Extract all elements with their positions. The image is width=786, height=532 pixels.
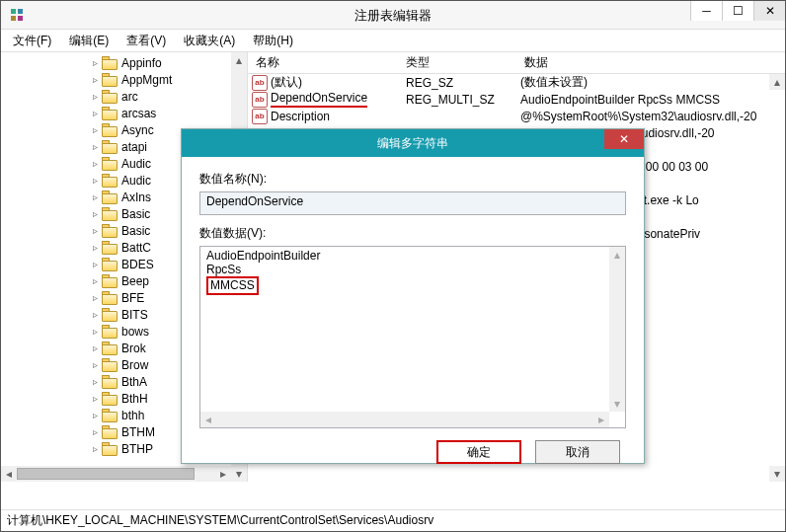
expander-icon[interactable]: ▹	[90, 275, 101, 286]
tree-label: bthh	[121, 409, 144, 422]
expander-icon[interactable]: ▹	[90, 124, 101, 135]
folder-icon	[102, 207, 118, 220]
expander-icon[interactable]: ▹	[90, 57, 101, 68]
titlebar: 注册表编辑器 ─ ☐ ✕	[1, 1, 785, 30]
value-name: Description	[271, 110, 330, 123]
expander-icon[interactable]: ▹	[90, 158, 101, 169]
list-scroll-up[interactable]: ▴	[769, 74, 785, 90]
dialog-titlebar: 编辑多字符串 ✕	[182, 129, 644, 157]
list-row[interactable]: ab(默认)REG_SZ(数值未设置)	[248, 74, 785, 91]
menu-favorites[interactable]: 收藏夹(A)	[178, 31, 241, 51]
expander-icon[interactable]: ▹	[90, 175, 101, 186]
edit-multistring-dialog: 编辑多字符串 ✕ 数值名称(N): DependOnService 数值数据(V…	[181, 128, 645, 464]
list-row[interactable]: abDependOnServiceREG_MULTI_SZAudioEndpoi…	[248, 91, 785, 108]
expander-icon[interactable]: ▹	[90, 376, 101, 387]
tree-label: Basic	[121, 207, 150, 221]
column-name[interactable]: 名称	[248, 54, 398, 71]
tree-label: Appinfo	[121, 56, 162, 70]
highlighted-value: MMCSS	[206, 276, 259, 295]
value-data-textarea[interactable]: AudioEndpointBuilder RpcSs MMCSS ▴ ▾ ◂ ▸	[199, 246, 626, 428]
expander-icon[interactable]: ▹	[90, 443, 101, 454]
tree-label: bows	[121, 325, 149, 339]
tree-label: arc	[121, 90, 138, 104]
statusbar: 计算机\HKEY_LOCAL_MACHINE\SYSTEM\CurrentCon…	[1, 509, 785, 531]
string-value-icon: ab	[252, 75, 268, 91]
tree-label: atapi	[121, 140, 147, 154]
menubar: 文件(F) 编辑(E) 查看(V) 收藏夹(A) 帮助(H)	[1, 30, 785, 51]
folder-icon	[102, 157, 118, 170]
column-type[interactable]: 类型	[398, 54, 516, 71]
tree-label: AxIns	[121, 190, 151, 204]
expander-icon[interactable]: ▹	[90, 342, 101, 353]
expander-icon[interactable]: ▹	[90, 426, 101, 437]
tree-label: Basic	[121, 224, 150, 238]
tree-label: Audic	[121, 157, 151, 171]
menu-view[interactable]: 查看(V)	[120, 31, 172, 51]
value-data: (数值未设置)	[516, 74, 785, 91]
string-value-icon: ab	[252, 109, 268, 124]
expander-icon[interactable]: ▹	[90, 74, 101, 85]
column-headers[interactable]: 名称 类型 数据	[248, 52, 785, 74]
expander-icon[interactable]: ▹	[90, 292, 101, 303]
tree-item[interactable]: ▹arcsas	[1, 105, 247, 121]
folder-icon	[102, 342, 118, 354]
textarea-scrollbar-horizontal[interactable]: ◂ ▸	[200, 412, 609, 427]
tree-label: BthH	[121, 392, 148, 406]
expander-icon[interactable]: ▹	[90, 225, 101, 236]
expander-icon[interactable]: ▹	[90, 191, 101, 202]
expander-icon[interactable]: ▹	[90, 242, 101, 253]
window-controls: ─ ☐ ✕	[690, 1, 785, 21]
status-path: 计算机\HKEY_LOCAL_MACHINE\SYSTEM\CurrentCon…	[7, 512, 433, 529]
tree-label: Async	[121, 123, 154, 137]
value-data: @%SystemRoot%\System32\audiosrv.dll,-20	[516, 110, 785, 123]
close-button[interactable]: ✕	[753, 1, 785, 21]
ok-button[interactable]: 确定	[436, 440, 521, 464]
menu-help[interactable]: 帮助(H)	[247, 31, 299, 51]
value-name: (默认)	[271, 74, 302, 91]
expander-icon[interactable]: ▹	[90, 326, 101, 337]
folder-icon	[102, 274, 118, 287]
value-data-label: 数值数据(V):	[199, 225, 626, 242]
expander-icon[interactable]: ▹	[90, 359, 101, 370]
folder-icon	[102, 90, 118, 103]
expander-icon[interactable]: ▹	[90, 309, 101, 320]
value-name-input[interactable]: DependOnService	[199, 191, 626, 215]
expander-icon[interactable]: ▹	[90, 141, 101, 152]
maximize-button[interactable]: ☐	[722, 1, 753, 21]
tree-label: Audic	[121, 174, 151, 188]
tree-item[interactable]: ▹arc	[1, 88, 247, 105]
folder-icon	[102, 258, 118, 270]
dialog-close-button[interactable]: ✕	[604, 129, 644, 149]
textarea-scrollbar-vertical[interactable]: ▴ ▾	[609, 247, 625, 412]
expander-icon[interactable]: ▹	[90, 259, 101, 269]
expander-icon[interactable]: ▹	[90, 410, 101, 420]
tree-item[interactable]: ▹AppMgmt	[1, 71, 247, 88]
list-row[interactable]: abDescription@%SystemRoot%\System32\audi…	[248, 108, 785, 124]
expander-icon[interactable]: ▹	[90, 393, 101, 404]
list-scroll-down[interactable]: ▾	[769, 466, 785, 482]
column-data[interactable]: 数据	[516, 54, 785, 71]
dialog-title-text: 编辑多字符串	[377, 135, 448, 152]
tree-label: BDES	[121, 258, 154, 271]
value-name: DependOnService	[271, 91, 367, 108]
data-line-1: AudioEndpointBuilder	[206, 249, 619, 263]
value-name-label: 数值名称(N):	[199, 171, 626, 188]
folder-icon	[102, 409, 118, 421]
expander-icon[interactable]: ▹	[90, 91, 101, 102]
tree-item[interactable]: ▹Appinfo	[1, 54, 247, 71]
cancel-button[interactable]: 取消	[535, 440, 620, 464]
svg-rect-0	[11, 9, 16, 14]
expander-icon[interactable]: ▹	[90, 108, 101, 118]
tree-label: BTHM	[121, 425, 155, 439]
tree-label: BFE	[121, 291, 144, 305]
folder-icon	[102, 123, 118, 136]
data-line-3: MMCSS	[206, 276, 619, 295]
folder-icon	[102, 442, 118, 455]
menu-file[interactable]: 文件(F)	[7, 31, 57, 51]
expander-icon[interactable]: ▹	[90, 208, 101, 219]
svg-rect-1	[18, 9, 23, 14]
minimize-button[interactable]: ─	[690, 1, 722, 21]
tree-label: Brow	[121, 358, 148, 372]
folder-icon	[102, 425, 118, 438]
menu-edit[interactable]: 编辑(E)	[63, 31, 115, 51]
